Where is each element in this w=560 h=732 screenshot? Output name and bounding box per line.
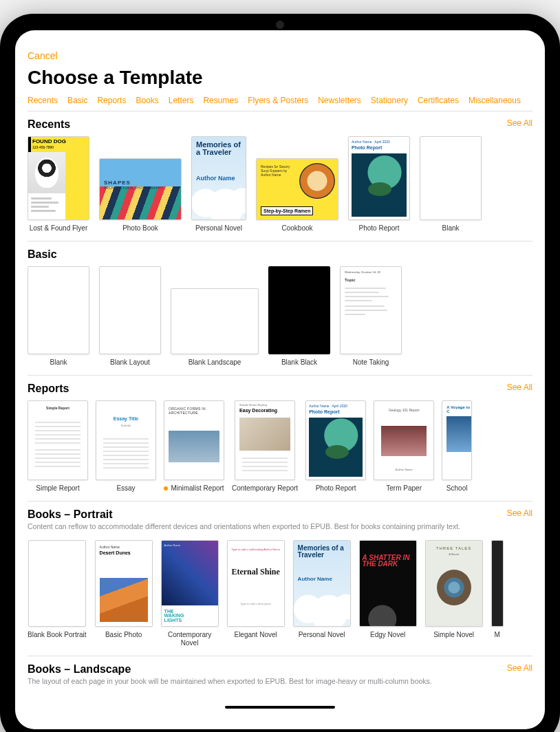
template-label: Photo Report [316,484,356,493]
thumb-cookbook: Recipes for Savory Soup Suppers by Autho… [256,158,338,220]
template-photo-book[interactable]: SHAPES ARCHITECTURAL PHOTOGRAPHY Photo B… [99,136,182,233]
template-contemporary-novel[interactable]: Author Name THEWAKINGLIGHTS Contemporary… [161,540,219,647]
thumb-edgy-novel: A SHATTER IN THE DARK [359,540,417,627]
see-all-books-landscape[interactable]: See All [507,663,532,673]
template-label: Note Taking [353,358,389,367]
tab-newsletters[interactable]: Newsletters [318,96,361,105]
thumb-minimalist-report: ORGANIC FORMS IN ARCHITECTURE [164,400,224,480]
template-cookbook[interactable]: Recipes for Savory Soup Suppers by Autho… [256,136,338,233]
see-all-books-portrait[interactable]: See All [507,508,532,518]
thumb-blank-book [28,540,86,627]
thumb-photo-report-2: Author Name · April 2020 Photo Report [305,400,366,480]
template-edgy-novel[interactable]: A SHATTER IN THE DARK Edgy Novel [359,540,417,647]
thumb-contemporary-novel: Author Name THEWAKINGLIGHTS [161,540,219,627]
thumb-note-taking: Wednesday, October 14, 20 Topic [340,266,402,354]
template-label: Blank Book Portrait [28,631,87,639]
template-blank-black[interactable]: Blank Black [268,266,330,367]
thumb-blank-layout [99,266,161,354]
thumb-blank [28,266,89,354]
section-title-books-portrait: Books – Portrait [28,508,113,521]
tab-certificates[interactable]: Certificates [418,96,459,105]
category-tab-bar: Recents Basic Reports Books Letters Resu… [28,96,532,111]
thumb-simple-novel: THREE TALES A Novel [425,540,483,627]
template-photo-report[interactable]: Author Name · April 2020 Photo Report Ph… [348,136,410,233]
tab-stationery[interactable]: Stationery [371,96,408,105]
section-title-recents: Recents [28,118,70,131]
template-label: Personal Novel [195,224,242,233]
template-label: School [446,484,468,493]
section-desc-books-portrait: Content can reflow to accommodate differ… [28,522,532,532]
template-label: Blank [442,224,459,233]
template-label: Photo Book [122,224,158,233]
template-school[interactable]: A Voyage to C School [442,400,472,493]
template-label: Edgy Novel [370,631,405,639]
tab-resumes[interactable]: Resumes [203,96,238,105]
template-personal-novel-book[interactable]: Memories of a Traveler Author Name Perso… [293,540,351,647]
section-title-reports: Reports [28,383,69,395]
thumb-photo-report: Author Name · April 2020 Photo Report [348,136,410,220]
template-lost-found-flyer[interactable]: FOUND DOG 123-456-7890 Lost & Found Flye… [28,136,89,233]
template-basic-photo[interactable]: Author Name Desert Dunes Basic Photo [95,540,153,647]
section-desc-books-landscape: The layout of each page in your book wil… [28,677,532,687]
template-term-paper[interactable]: Geology 101 Report Author Name Term Pape… [374,400,434,493]
thumb-blank-landscape [171,288,259,354]
template-personal-novel[interactable]: Memories of a Traveler Author Name Perso… [191,136,246,233]
tab-books[interactable]: Books [136,96,158,105]
template-photo-report-2[interactable]: Author Name · April 2020 Photo Report Ph… [305,400,366,493]
template-label: Blank [50,358,67,367]
template-label: Blank Landscape [189,358,241,367]
divider [28,656,532,656]
tab-miscellaneous[interactable]: Miscellaneous [469,96,521,105]
tab-basic[interactable]: Basic [67,96,87,105]
thumb-essay: Essay Title Subtitle [96,400,156,480]
template-blank-layout[interactable]: Blank Layout [99,266,161,367]
template-elegant-novel[interactable]: Type to add a subheading Author Name Ete… [227,540,285,647]
divider [28,375,532,376]
tab-letters[interactable]: Letters [169,96,194,105]
tab-flyers-posters[interactable]: Flyers & Posters [248,96,308,105]
cancel-button[interactable]: Cancel [28,50,58,61]
thumb-contemporary-report: Simple Home Styling Easy Decorating [235,400,295,480]
template-note-taking[interactable]: Wednesday, October 14, 20 Topic Note Tak… [340,266,402,367]
template-label: M [494,631,499,639]
page-title: Choose a Template [28,67,532,89]
template-label: Elegant Novel [234,631,277,639]
template-label: Photo Report [359,224,400,233]
template-label: Essay [116,484,135,493]
template-blank[interactable]: Blank [28,266,89,367]
template-contemporary-report[interactable]: Simple Home Styling Easy Decorating Cont… [232,400,298,493]
thumb-personal-novel: Memories of a Traveler Author Name [191,136,246,220]
template-label: Lost & Found Flyer [30,224,87,233]
template-simple-report[interactable]: Simple Report Simple Report [28,400,88,493]
template-essay[interactable]: Essay Title Subtitle Essay [96,400,156,493]
section-title-books-landscape: Books – Landscape [28,663,131,676]
section-books-landscape: Books – Landscape See All The layout of … [28,663,532,687]
template-label: Term Paper [386,484,422,493]
thumb-photo-book: SHAPES ARCHITECTURAL PHOTOGRAPHY [99,158,182,220]
see-all-recents[interactable]: See All [507,118,532,128]
template-simple-novel[interactable]: THREE TALES A Novel Simple Novel [425,540,483,647]
template-blank-landscape[interactable]: Blank Landscape [171,266,259,367]
template-label: Blank Black [281,358,317,367]
template-minimalist-report[interactable]: ORGANIC FORMS IN ARCHITECTURE Minimalist… [164,400,224,493]
see-all-reports[interactable]: See All [507,383,532,392]
section-recents: Recents See All FOUND DOG 123-456-7890 [28,118,532,237]
divider [28,241,532,241]
thumb-simple-report: Simple Report [28,400,88,480]
thumb-more-book [491,540,504,627]
new-indicator-icon [164,486,168,491]
tab-reports[interactable]: Reports [97,96,126,105]
template-label: Simple Novel [433,631,474,639]
thumb-basic-photo: Author Name Desert Dunes [95,540,153,627]
template-blank-recent[interactable]: Blank [420,136,482,233]
tab-recents[interactable]: Recents [28,96,58,105]
template-blank-book-portrait[interactable]: Blank Book Portrait [28,540,87,647]
thumb-elegant-novel: Type to add a subheading Author Name Ete… [227,540,285,627]
template-label: Blank Layout [110,358,150,367]
home-indicator[interactable] [225,706,335,709]
template-label: Simple Report [36,484,79,493]
template-label: Contemporary Report [232,484,298,493]
template-label: Personal Novel [299,631,345,639]
section-basic: Basic Blank Blank Layout Blank Landscape [28,248,532,371]
template-more-book[interactable]: M [491,540,504,647]
